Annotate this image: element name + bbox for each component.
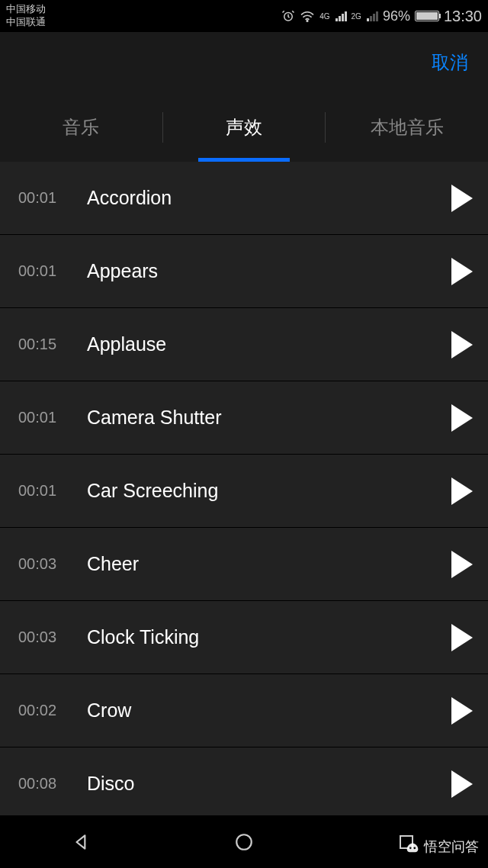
tab-music[interactable]: 音乐: [0, 93, 162, 162]
signal-2-label: 2G: [352, 12, 361, 21]
nav-back-button[interactable]: [36, 815, 127, 868]
item-duration: 00:01: [18, 482, 87, 500]
list-item[interactable]: 00:01 Camera Shutter: [0, 381, 488, 455]
list-item[interactable]: 00:01 Accordion: [0, 162, 488, 235]
carrier-1: 中国移动: [6, 3, 46, 16]
item-duration: 00:01: [18, 409, 87, 426]
tab-local-music[interactable]: 本地音乐: [326, 93, 488, 162]
header: 取消: [0, 32, 488, 93]
item-title: Cheer: [87, 553, 451, 575]
play-icon[interactable]: [451, 404, 473, 432]
item-duration: 00:08: [18, 775, 87, 792]
play-icon[interactable]: [451, 770, 473, 798]
list-item[interactable]: 00:02 Crow: [0, 674, 488, 747]
cancel-button[interactable]: 取消: [432, 50, 468, 75]
status-carriers: 中国移动 中国联通: [6, 3, 46, 29]
item-title: Car Screeching: [87, 480, 451, 502]
play-icon[interactable]: [451, 331, 473, 358]
item-duration: 00:03: [18, 555, 87, 573]
item-title: Camera Shutter: [87, 407, 451, 429]
signal-1-label: 4G: [319, 12, 329, 21]
list-item[interactable]: 00:03 Clock Ticking: [0, 601, 488, 674]
list-item[interactable]: 00:08 Disco: [0, 747, 488, 821]
item-duration: 00:01: [18, 262, 87, 280]
item-title: Clock Ticking: [87, 626, 451, 648]
wifi-icon: [300, 10, 315, 22]
signal-2-icon: [367, 11, 378, 21]
battery-percent: 96%: [383, 8, 410, 24]
carrier-2: 中国联通: [6, 16, 46, 29]
status-indicators: 4G 2G 96% 13:30: [281, 8, 482, 25]
alarm-icon: [281, 9, 295, 23]
list-item[interactable]: 00:03 Cheer: [0, 528, 488, 601]
item-title: Crow: [87, 699, 451, 722]
status-time: 13:30: [444, 8, 482, 25]
play-icon[interactable]: [451, 185, 473, 212]
svg-point-1: [307, 21, 308, 22]
list-item[interactable]: 00:15 Applause: [0, 308, 488, 381]
sound-list: 00:01 Accordion 00:01 Appears 00:15 Appl…: [0, 162, 488, 821]
play-icon[interactable]: [451, 697, 473, 725]
play-icon[interactable]: [451, 551, 473, 578]
item-duration: 00:02: [18, 702, 87, 719]
item-duration: 00:15: [18, 336, 87, 353]
item-title: Appears: [87, 260, 451, 282]
item-title: Accordion: [87, 187, 451, 209]
play-icon[interactable]: [451, 477, 473, 505]
svg-point-5: [413, 847, 416, 849]
tab-label: 本地音乐: [371, 115, 444, 140]
svg-point-4: [409, 847, 412, 849]
android-nav-bar: 悟空问答: [0, 815, 488, 868]
item-duration: 00:03: [18, 628, 87, 646]
battery-icon: [415, 11, 439, 21]
item-duration: 00:01: [18, 189, 87, 207]
svg-point-2: [236, 834, 252, 850]
list-item[interactable]: 00:01 Car Screeching: [0, 455, 488, 528]
watermark: 悟空问答: [404, 837, 479, 856]
tab-label: 音乐: [63, 115, 99, 140]
tab-label: 声效: [226, 115, 262, 140]
play-icon[interactable]: [451, 624, 473, 651]
tab-sound-effects[interactable]: 声效: [163, 93, 326, 162]
item-title: Applause: [87, 333, 451, 355]
item-title: Disco: [87, 773, 451, 795]
tab-bar: 音乐 声效 本地音乐: [0, 93, 488, 162]
list-item[interactable]: 00:01 Appears: [0, 235, 488, 308]
play-icon[interactable]: [451, 258, 473, 285]
status-bar: 中国移动 中国联通 4G 2G 96% 13:30: [0, 0, 488, 32]
signal-1-icon: [336, 11, 347, 21]
watermark-text: 悟空问答: [424, 837, 479, 856]
nav-home-button[interactable]: [198, 815, 290, 868]
